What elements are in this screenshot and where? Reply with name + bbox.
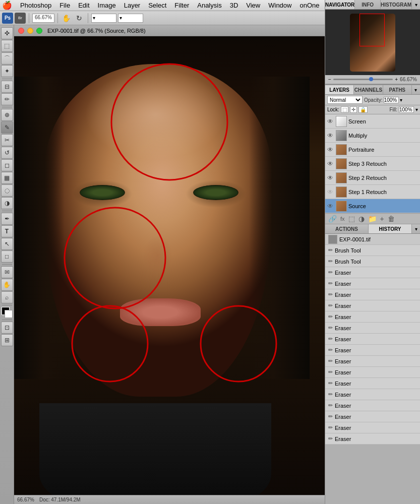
tab-channels[interactable]: CHANNELS bbox=[354, 85, 383, 94]
history-item-9[interactable]: ✏ Eraser bbox=[325, 334, 420, 345]
menu-image[interactable]: Image bbox=[94, 1, 120, 10]
history-item-0[interactable]: EXP-0001.tif bbox=[325, 234, 420, 245]
menu-layer[interactable]: Layer bbox=[120, 1, 145, 10]
lock-pixels-btn[interactable]: ⬚ bbox=[341, 106, 348, 113]
quick-mask-tool[interactable]: ⊡ bbox=[1, 322, 13, 334]
lasso-tool[interactable]: ⌒ bbox=[1, 52, 13, 65]
zoom-tool[interactable]: ⌕ bbox=[1, 291, 13, 303]
menu-photoshop[interactable]: Photoshop bbox=[16, 1, 55, 10]
misc-dropdown2[interactable]: ▾ bbox=[118, 14, 143, 23]
layer-visibility-step1[interactable]: 👁 bbox=[327, 188, 334, 196]
layer-visibility-screen[interactable]: 👁 bbox=[327, 118, 334, 125]
clone-stamp-tool[interactable]: ✂ bbox=[1, 134, 13, 146]
layer-visibility-source[interactable]: 👁 bbox=[327, 203, 334, 210]
layer-visibility-step3[interactable]: 👁 bbox=[327, 160, 334, 167]
hand-tool[interactable]: ✋ bbox=[1, 279, 13, 291]
tab-histogram[interactable]: HISTOGRAM bbox=[381, 0, 412, 9]
gradient-tool[interactable]: ▦ bbox=[1, 172, 13, 184]
history-item-4[interactable]: ✏ Eraser bbox=[325, 278, 420, 289]
layer-screen[interactable]: 👁 Screen bbox=[325, 114, 420, 129]
history-item-6[interactable]: ✏ Eraser bbox=[325, 300, 420, 311]
history-brush-tool[interactable]: ↺ bbox=[1, 147, 13, 159]
tab-history[interactable]: HISTORY bbox=[369, 224, 412, 233]
move-tool[interactable]: ✜ bbox=[1, 27, 13, 39]
pen-tool[interactable]: ✒ bbox=[1, 213, 13, 225]
history-item-15[interactable]: ✏ Eraser bbox=[325, 400, 420, 411]
layer-source[interactable]: 👁 Source bbox=[325, 199, 420, 213]
layer-visibility-step2[interactable]: 👁 bbox=[327, 174, 334, 181]
crop-tool[interactable]: ⊟ bbox=[1, 81, 13, 93]
tab-paths[interactable]: PATHS bbox=[383, 85, 412, 94]
screen-mode-tool[interactable]: ⊞ bbox=[1, 334, 13, 346]
layer-visibility-multiply[interactable]: 👁 bbox=[327, 132, 334, 139]
adjustment-btn[interactable]: ◑ bbox=[357, 215, 366, 223]
menu-select[interactable]: Select bbox=[144, 1, 170, 10]
menu-3d[interactable]: 3D bbox=[226, 1, 243, 10]
apple-menu[interactable]: 🍎 bbox=[2, 1, 12, 10]
layer-portraiture[interactable]: 👁 Portraiture bbox=[325, 143, 420, 157]
link-layers-btn[interactable]: 🔗 bbox=[327, 215, 338, 223]
history-item-14[interactable]: ✏ Eraser bbox=[325, 389, 420, 400]
menu-filter[interactable]: Filter bbox=[170, 1, 193, 10]
tab-info[interactable]: INFO bbox=[355, 0, 381, 9]
tab-layers[interactable]: LAYERS bbox=[325, 85, 354, 94]
rotate-tool-btn[interactable]: ↻ bbox=[74, 13, 85, 24]
menu-file[interactable]: File bbox=[55, 1, 74, 10]
notes-tool[interactable]: ✉ bbox=[1, 266, 13, 278]
hand-tool-btn[interactable]: ✋ bbox=[61, 13, 72, 24]
lock-all-btn[interactable]: 🔒 bbox=[358, 106, 368, 113]
history-item-8[interactable]: ✏ Eraser bbox=[325, 323, 420, 334]
eraser-tool[interactable]: ◻ bbox=[1, 159, 13, 171]
history-item-10[interactable]: ✏ Eraser bbox=[325, 345, 420, 356]
new-group-btn[interactable]: 📁 bbox=[367, 215, 378, 223]
opacity-arrow[interactable]: ▾ bbox=[400, 97, 402, 103]
layer-step2[interactable]: 👁 Step 2 Retouch bbox=[325, 171, 420, 185]
zoom-display[interactable]: 66.67% bbox=[32, 14, 54, 23]
history-item-3[interactable]: ✏ Eraser bbox=[325, 267, 420, 278]
history-item-5[interactable]: ✏ Eraser bbox=[325, 289, 420, 300]
add-mask-btn[interactable]: ⬚ bbox=[347, 215, 356, 223]
menu-analysis[interactable]: Analysis bbox=[193, 1, 225, 10]
zoom-out-icon[interactable]: − bbox=[328, 77, 331, 82]
layer-effects-btn[interactable]: fx bbox=[339, 216, 346, 222]
history-item-7[interactable]: ✏ Eraser bbox=[325, 311, 420, 323]
menu-edit[interactable]: Edit bbox=[74, 1, 93, 10]
history-item-11[interactable]: ✏ Eraser bbox=[325, 356, 420, 367]
history-item-17[interactable]: ✏ Eraser bbox=[325, 422, 420, 433]
history-item-13[interactable]: ✏ Eraser bbox=[325, 378, 420, 389]
color-swatches[interactable] bbox=[2, 307, 13, 318]
layer-step3[interactable]: 👁 Step 3 Retouch bbox=[325, 157, 420, 171]
fill-value[interactable]: 100% bbox=[399, 106, 414, 113]
zoom-in-icon[interactable]: + bbox=[395, 77, 398, 82]
canvas-min-btn[interactable] bbox=[27, 28, 33, 34]
misc-dropdown[interactable]: ▾ bbox=[91, 14, 116, 23]
lock-position-btn[interactable]: ✛ bbox=[350, 106, 357, 113]
menu-view[interactable]: View bbox=[242, 1, 264, 10]
blur-tool[interactable]: ◌ bbox=[1, 184, 13, 197]
tab-navigator[interactable]: NAVIGATOR bbox=[325, 0, 355, 9]
canvas-max-btn[interactable] bbox=[36, 28, 42, 34]
history-item-2[interactable]: ✏ Brush Tool bbox=[325, 256, 420, 267]
eyedropper-tool[interactable]: ✏ bbox=[1, 93, 13, 105]
opacity-value[interactable]: 100% bbox=[384, 97, 399, 103]
fill-arrow[interactable]: ▾ bbox=[415, 107, 418, 112]
menu-window[interactable]: Window bbox=[264, 1, 295, 10]
delete-layer-btn[interactable]: 🗑 bbox=[387, 215, 396, 223]
history-item-18[interactable]: ✏ Eraser bbox=[325, 433, 420, 445]
blend-mode-select[interactable]: Normal bbox=[327, 96, 363, 104]
history-menu-btn[interactable]: ▾ bbox=[412, 224, 420, 233]
spot-healing-tool[interactable]: ⊕ bbox=[1, 109, 13, 121]
path-select-tool[interactable]: ↖ bbox=[1, 238, 13, 250]
layer-multiply[interactable]: 👁 Multiply bbox=[325, 129, 420, 143]
photo-canvas[interactable] bbox=[14, 36, 325, 504]
brush-tool[interactable]: ✎ bbox=[1, 121, 13, 134]
history-item-1[interactable]: ✏ Brush Tool bbox=[325, 245, 420, 256]
marquee-tool[interactable]: ⬚ bbox=[1, 40, 13, 52]
navigator-menu-btn[interactable]: ▾ bbox=[412, 0, 420, 9]
text-tool[interactable]: T bbox=[1, 225, 13, 237]
canvas-close-btn[interactable] bbox=[18, 28, 24, 34]
history-item-16[interactable]: ✏ Eraser bbox=[325, 411, 420, 422]
new-layer-btn[interactable]: + bbox=[379, 215, 385, 223]
layer-visibility-portraiture[interactable]: 👁 bbox=[327, 146, 334, 153]
layer-step1[interactable]: 👁 Step 1 Retouch bbox=[325, 185, 420, 199]
